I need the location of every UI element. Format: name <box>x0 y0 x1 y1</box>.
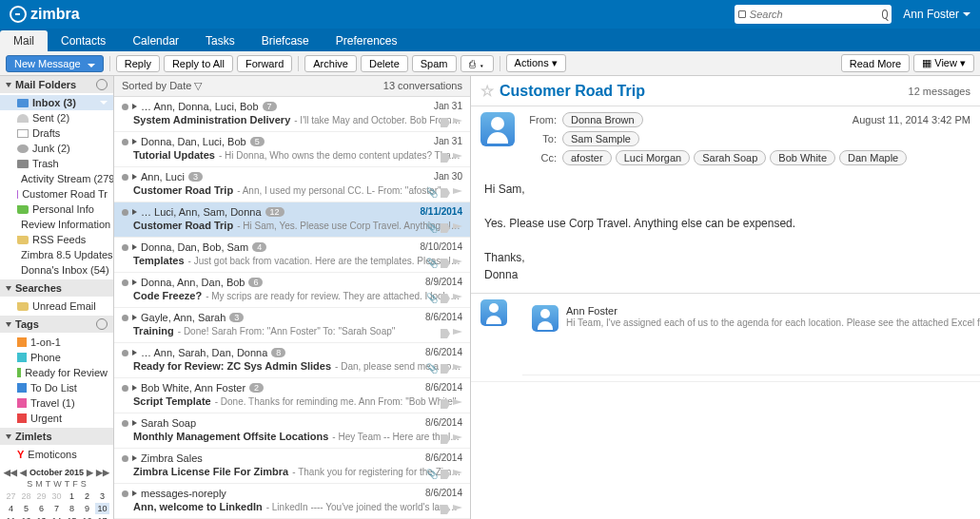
tag-item[interactable]: Travel (1) <box>0 395 113 411</box>
expand-icon[interactable] <box>132 104 137 109</box>
tag-icon[interactable] <box>441 399 450 409</box>
cal-day[interactable]: 9 <box>80 503 94 514</box>
tag-icon[interactable] <box>441 434 450 444</box>
conversation-row[interactable]: Donna, Ann, Dan, Bob6 8/9/2014 Code Free… <box>114 273 470 308</box>
cal-next-month[interactable]: ▶ ▶▶ <box>87 468 109 477</box>
cc-pill[interactable]: afoster <box>562 150 612 165</box>
cal-day[interactable]: 15 <box>65 515 79 519</box>
folder-item[interactable]: RSS Feeds <box>0 232 113 247</box>
cc-pill[interactable]: Dan Maple <box>839 150 907 165</box>
flag-icon[interactable] <box>453 329 462 338</box>
conversation-row[interactable]: Zimbra Sales 8/6/2014 Zimbra License Fil… <box>114 449 470 484</box>
tag-item[interactable]: Urgent <box>0 411 113 426</box>
tag-icon[interactable] <box>441 153 450 163</box>
tag-icon[interactable] <box>441 470 450 479</box>
delete-button[interactable]: Delete <box>361 55 408 72</box>
sort-label[interactable]: Sorted by Date ▽ <box>122 80 202 92</box>
expand-icon[interactable] <box>132 385 137 391</box>
conversation-row[interactable]: Donna, Dan, Bob, Sam4 8/10/2014 Template… <box>114 238 470 273</box>
folder-item[interactable]: Zimbra 8.5 Updates <box>0 247 113 262</box>
cal-day[interactable]: 11 <box>4 515 18 519</box>
flag-icon[interactable] <box>453 505 462 514</box>
cal-day[interactable]: 16 <box>80 515 94 519</box>
expand-icon[interactable] <box>132 139 137 144</box>
folders-header[interactable]: Mail Folders <box>0 76 113 93</box>
cal-day[interactable]: 28 <box>19 490 33 502</box>
cal-day[interactable]: 4 <box>4 503 18 514</box>
gear-icon[interactable] <box>96 318 108 330</box>
cal-day[interactable]: 27 <box>4 490 18 502</box>
flag-icon[interactable] <box>453 364 462 374</box>
tag-icon[interactable] <box>441 505 450 514</box>
tag-icon[interactable] <box>441 223 450 233</box>
tab-calendar[interactable]: Calendar <box>119 30 192 51</box>
star-icon[interactable]: ☆ <box>480 82 494 100</box>
folder-item[interactable]: Trash <box>0 156 113 171</box>
expand-icon[interactable] <box>132 350 137 356</box>
cal-day[interactable]: 10 <box>95 503 109 514</box>
folder-item[interactable]: Customer Road Tr <box>0 186 113 202</box>
reply-all-button[interactable]: Reply to All <box>164 55 233 72</box>
zimlet-item[interactable]: YEmoticons <box>0 447 113 462</box>
flag-icon[interactable] <box>453 470 462 479</box>
conversation-row[interactable]: … Ann, Sarah, Dan, Donna8 8/6/2014 Ready… <box>114 343 470 378</box>
forward-button[interactable]: Forward <box>237 55 292 72</box>
tag-icon[interactable] <box>441 118 450 127</box>
folder-item[interactable]: Review Information <box>0 217 113 232</box>
searches-header[interactable]: Searches <box>0 279 113 297</box>
cal-day[interactable]: 13 <box>34 515 49 519</box>
read-more-button[interactable]: Read More <box>841 54 910 72</box>
flag-icon[interactable] <box>453 294 462 303</box>
expand-icon[interactable] <box>132 174 137 180</box>
folder-item[interactable]: Junk (2) <box>0 141 113 156</box>
flag-icon[interactable] <box>453 434 462 444</box>
conversation-row[interactable]: Ann, Luci3 Jan 30 Customer Road Trip - A… <box>114 167 470 202</box>
cal-day[interactable]: 1 <box>65 490 79 502</box>
tab-briefcase[interactable]: Briefcase <box>248 30 323 51</box>
folder-item[interactable]: Donna's Inbox (54) <box>0 262 113 278</box>
cc-pill[interactable]: Luci Morgan <box>616 150 691 165</box>
tab-tasks[interactable]: Tasks <box>192 30 248 51</box>
cal-day[interactable]: 5 <box>19 503 33 514</box>
tab-mail[interactable]: Mail <box>0 30 48 51</box>
conversation-row[interactable]: Gayle, Ann, Sarah3 8/6/2014 Training - D… <box>114 308 470 343</box>
cc-pill[interactable]: Sarah Soap <box>694 150 766 165</box>
cal-prev-month[interactable]: ◀◀ ◀ <box>4 468 27 477</box>
search-input[interactable] <box>750 9 882 20</box>
conversation-row[interactable]: Donna, Dan, Luci, Bob5 Jan 31 Tutorial U… <box>114 132 470 167</box>
flag-icon[interactable] <box>453 153 462 163</box>
cal-day[interactable]: 2 <box>80 490 94 502</box>
spam-button[interactable]: Spam <box>412 55 457 72</box>
cal-day[interactable]: 17 <box>95 515 109 519</box>
tab-preferences[interactable]: Preferences <box>323 30 411 51</box>
print-button[interactable]: ⎙ ▾ <box>461 55 494 72</box>
cal-day[interactable]: 12 <box>19 515 33 519</box>
cal-day[interactable]: 3 <box>95 490 109 502</box>
thread-item[interactable]: Sam Sample Corp travel? From: "Donna Bro… <box>471 294 980 382</box>
conversation-row[interactable]: Sarah Soap 8/6/2014 Monthly Management O… <box>114 413 470 449</box>
user-menu[interactable]: Ann Foster <box>903 8 970 21</box>
search-item[interactable]: Unread Email <box>0 298 113 314</box>
tag-icon[interactable] <box>441 188 450 198</box>
tab-contacts[interactable]: Contacts <box>48 30 119 51</box>
tag-icon[interactable] <box>441 294 450 303</box>
search-box[interactable] <box>735 5 892 24</box>
folder-item[interactable]: Sent (2) <box>0 110 113 125</box>
tag-icon[interactable] <box>441 364 450 374</box>
expand-icon[interactable] <box>132 420 137 426</box>
tag-icon[interactable] <box>441 259 450 268</box>
cal-day[interactable]: 8 <box>65 503 79 514</box>
expand-icon[interactable] <box>132 279 137 285</box>
gear-icon[interactable] <box>96 79 108 90</box>
new-message-button[interactable]: New Message <box>6 55 104 72</box>
folder-item[interactable]: Inbox (3) <box>0 95 113 110</box>
conversation-row[interactable]: … Luci, Ann, Sam, Donna12 8/11/2014 Cust… <box>114 202 470 238</box>
expand-icon[interactable] <box>132 455 137 461</box>
flag-icon[interactable] <box>453 259 462 268</box>
actions-button[interactable]: Actions ▾ <box>506 54 566 72</box>
expand-icon[interactable] <box>132 490 137 496</box>
cal-day[interactable]: 6 <box>34 503 49 514</box>
expand-icon[interactable] <box>132 244 137 250</box>
cal-day[interactable]: 30 <box>49 490 64 502</box>
folder-item[interactable]: Drafts <box>0 125 113 141</box>
